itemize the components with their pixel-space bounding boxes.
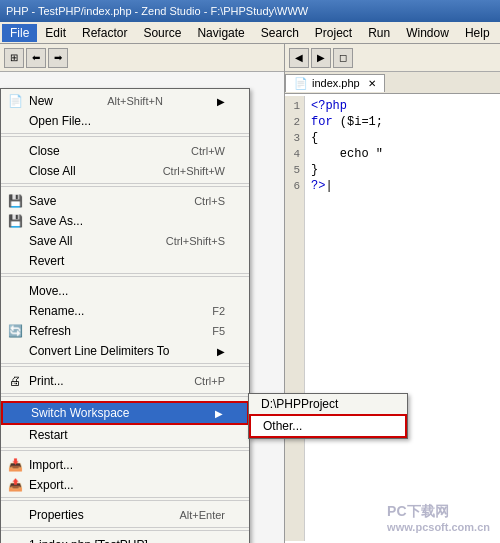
toolbar-area: ⊞ ⬅ ➡ [0, 44, 284, 72]
code-area[interactable]: <?php for ($i=1; { echo " } ?>| [305, 96, 389, 541]
menu-move[interactable]: Move... [1, 281, 249, 301]
open-label: Open File... [29, 114, 91, 128]
save-all-shortcut: Ctrl+Shift+S [166, 235, 225, 247]
restart-label: Restart [29, 428, 68, 442]
menu-switch-workspace[interactable]: Switch Workspace ▶ [1, 401, 249, 425]
menu-save-all[interactable]: Save All Ctrl+Shift+S [1, 231, 249, 251]
convert-arrow: ▶ [217, 346, 225, 357]
toolbar-btn-3[interactable]: ➡ [48, 48, 68, 68]
file-menu[interactable]: 📄 New Alt+Shift+N ▶ Open File... Close C… [0, 88, 250, 543]
file-menu-section-3: 💾 Save Ctrl+S 💾 Save As... Save All Ctrl… [1, 189, 249, 274]
sep-5 [1, 396, 249, 397]
menu-window[interactable]: Window [398, 24, 457, 42]
properties-label: Properties [29, 508, 84, 522]
menu-convert-line[interactable]: Convert Line Delimiters To ▶ [1, 341, 249, 361]
menu-close-all[interactable]: Close All Ctrl+Shift+W [1, 161, 249, 181]
tab-close[interactable]: ✕ [368, 78, 376, 89]
file-menu-section-4: Move... Rename... F2 🔄 Refresh F5 Conver… [1, 279, 249, 364]
save-all-label: Save All [29, 234, 72, 248]
menu-refresh[interactable]: 🔄 Refresh F5 [1, 321, 249, 341]
editor-content: 1 2 3 4 5 6 <?php for ($i=1; { echo " } … [285, 94, 500, 543]
menu-bar: File Edit Refactor Source Navigate Searc… [0, 22, 500, 44]
print-shortcut: Ctrl+P [194, 375, 225, 387]
editor-tabs: 📄 index.php ✕ [285, 72, 500, 94]
menu-new[interactable]: 📄 New Alt+Shift+N ▶ [1, 91, 249, 111]
file-menu-section-5: 🖨 Print... Ctrl+P [1, 369, 249, 394]
menu-recent-1[interactable]: 1 index.php [TestPHP] [1, 535, 249, 543]
main-area: ⊞ ⬅ ➡ ◀ ▶ ◻ 📄 index.php ✕ 1 2 3 4 5 6 [0, 44, 500, 543]
close-label: Close [29, 144, 60, 158]
new-icon: 📄 [5, 94, 25, 108]
menu-properties[interactable]: Properties Alt+Enter [1, 505, 249, 525]
menu-search[interactable]: Search [253, 24, 307, 42]
menu-save[interactable]: 💾 Save Ctrl+S [1, 191, 249, 211]
file-menu-section-2: Close Ctrl+W Close All Ctrl+Shift+W [1, 139, 249, 184]
export-label: Export... [29, 478, 74, 492]
recent1-label: 1 index.php [TestPHP] [29, 538, 148, 543]
phpproject-label: D:\PHPProject [261, 397, 338, 411]
rename-label: Rename... [29, 304, 84, 318]
sep-8 [1, 530, 249, 531]
title-bar: PHP - TestPHP/index.php - Zend Studio - … [0, 0, 500, 22]
sep-2 [1, 186, 249, 187]
other-label: Other... [263, 419, 302, 433]
new-shortcut: Alt+Shift+N [107, 95, 163, 107]
menu-rename[interactable]: Rename... F2 [1, 301, 249, 321]
menu-import[interactable]: 📥 Import... [1, 455, 249, 475]
tab-label: index.php [312, 77, 360, 89]
menu-close[interactable]: Close Ctrl+W [1, 141, 249, 161]
line-numbers: 1 2 3 4 5 6 [285, 96, 305, 541]
menu-restart[interactable]: Restart [1, 425, 249, 445]
menu-export[interactable]: 📤 Export... [1, 475, 249, 495]
save-shortcut: Ctrl+S [194, 195, 225, 207]
menu-help[interactable]: Help [457, 24, 498, 42]
close-all-shortcut: Ctrl+Shift+W [163, 165, 225, 177]
sep-1 [1, 136, 249, 137]
right-toolbar: ◀ ▶ ◻ [285, 44, 500, 72]
print-label: Print... [29, 374, 64, 388]
properties-shortcut: Alt+Enter [179, 509, 225, 521]
close-all-label: Close All [29, 164, 76, 178]
switch-workspace-submenu[interactable]: D:\PHPProject Other... [248, 393, 408, 439]
menu-save-as[interactable]: 💾 Save As... [1, 211, 249, 231]
file-menu-section-8: Properties Alt+Enter [1, 503, 249, 528]
save-as-label: Save As... [29, 214, 83, 228]
toolbar-icon-3[interactable]: ◻ [333, 48, 353, 68]
submenu-phpproject[interactable]: D:\PHPProject [249, 394, 407, 414]
file-menu-section-1: 📄 New Alt+Shift+N ▶ Open File... [1, 89, 249, 134]
save-icon: 💾 [5, 194, 25, 208]
refresh-icon: 🔄 [5, 324, 25, 338]
sep-7 [1, 500, 249, 501]
toolbar-icon-2[interactable]: ▶ [311, 48, 331, 68]
menu-project[interactable]: Project [307, 24, 360, 42]
toolbar-btn-1[interactable]: ⊞ [4, 48, 24, 68]
title-bar-text: PHP - TestPHP/index.php - Zend Studio - … [6, 5, 494, 17]
toolbar-icon-1[interactable]: ◀ [289, 48, 309, 68]
menu-revert[interactable]: Revert [1, 251, 249, 271]
save-label: Save [29, 194, 56, 208]
menu-refactor[interactable]: Refactor [74, 24, 135, 42]
new-label: New [29, 94, 53, 108]
save-as-icon: 💾 [5, 214, 25, 228]
editor-tab-index[interactable]: 📄 index.php ✕ [285, 74, 385, 92]
menu-run[interactable]: Run [360, 24, 398, 42]
convert-label: Convert Line Delimiters To [29, 344, 170, 358]
right-panel: ◀ ▶ ◻ 📄 index.php ✕ 1 2 3 4 5 6 <?php fo… [285, 44, 500, 543]
sep-3 [1, 276, 249, 277]
menu-file[interactable]: File [2, 24, 37, 42]
menu-navigate[interactable]: Navigate [189, 24, 252, 42]
sep-6 [1, 450, 249, 451]
toolbar-btn-2[interactable]: ⬅ [26, 48, 46, 68]
new-arrow: ▶ [217, 96, 225, 107]
menu-open-file[interactable]: Open File... [1, 111, 249, 131]
import-icon: 📥 [5, 458, 25, 472]
submenu-other[interactable]: Other... [249, 414, 407, 438]
menu-source[interactable]: Source [135, 24, 189, 42]
revert-label: Revert [29, 254, 64, 268]
menu-edit[interactable]: Edit [37, 24, 74, 42]
export-icon: 📤 [5, 478, 25, 492]
menu-print[interactable]: 🖨 Print... Ctrl+P [1, 371, 249, 391]
refresh-label: Refresh [29, 324, 71, 338]
move-label: Move... [29, 284, 68, 298]
file-menu-section-9: 1 index.php [TestPHP] 2 Welcome [1, 533, 249, 543]
